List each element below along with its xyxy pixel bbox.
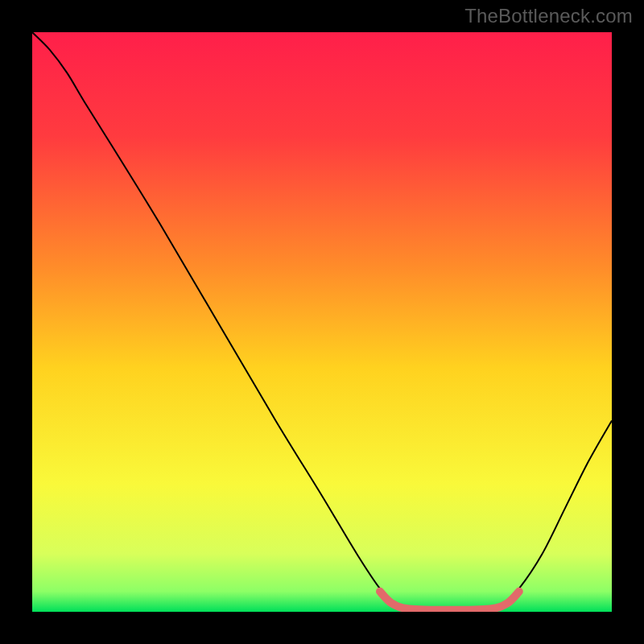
watermark-text: TheBottleneck.com	[464, 5, 633, 27]
gradient-background	[32, 32, 612, 612]
plot-area	[32, 32, 612, 612]
chart-frame: TheBottleneck.com	[0, 0, 644, 644]
plot-svg	[32, 32, 612, 612]
